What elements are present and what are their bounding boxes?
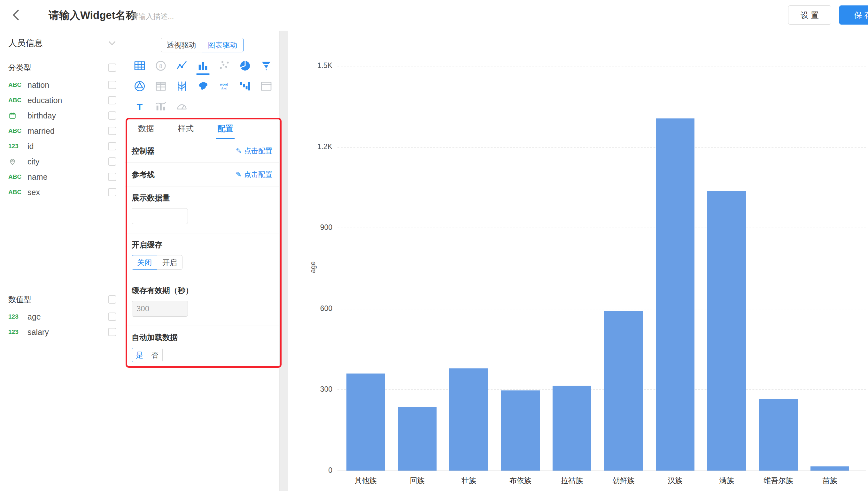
gridline xyxy=(337,147,866,147)
data-source-header[interactable]: 人员信息 xyxy=(0,33,124,53)
cache-on-button[interactable]: 开启 xyxy=(157,255,183,270)
panel-tabs: 数据 样式 配置 xyxy=(125,120,279,139)
y-tick-label: 900 xyxy=(288,223,332,232)
field-item-education[interactable]: ABCeducation xyxy=(0,93,124,108)
chart-type-pie-chart-icon[interactable] xyxy=(235,57,256,74)
abc-type-icon: ABC xyxy=(8,81,27,88)
display-count-label: 展示数据量 xyxy=(132,193,272,203)
location-icon xyxy=(8,157,27,166)
x-tick-label: 拉祜族 xyxy=(543,476,601,486)
field-item-age[interactable]: 123age xyxy=(0,309,124,324)
number-type-icon: 123 xyxy=(8,313,27,320)
x-tick-label: 维吾尔族 xyxy=(750,476,807,486)
x-axis-line xyxy=(337,470,866,471)
bar-其他族[interactable] xyxy=(347,374,385,470)
section-checkbox[interactable] xyxy=(108,63,116,72)
widget-description-input[interactable]: 请输入描述... xyxy=(131,11,174,21)
bar-朝鲜族[interactable] xyxy=(604,311,643,470)
chart-type-radar-icon[interactable] xyxy=(129,78,150,94)
field-name: city xyxy=(27,157,108,166)
field-item-name[interactable]: ABCname xyxy=(0,169,124,184)
config-section: 控制器 ✎ 点击配置 参考线 ✎ 点击配置 展示数据量 开启缓存 关闭 开启 xyxy=(125,139,279,371)
field-name: nation xyxy=(27,81,108,90)
cache-ttl-block: 缓存有效期（秒） xyxy=(125,279,279,326)
save-button[interactable]: 保 存 xyxy=(839,5,868,25)
bar-维吾尔族[interactable] xyxy=(759,399,798,470)
bar-壮族[interactable] xyxy=(449,368,488,470)
field-checkbox[interactable] xyxy=(108,157,116,166)
field-checkbox[interactable] xyxy=(108,313,116,321)
cache-toggle-block: 开启缓存 关闭 开启 xyxy=(125,233,279,279)
field-item-birthday[interactable]: birthday xyxy=(0,108,124,123)
y-axis-title: age xyxy=(309,256,317,279)
tab-config[interactable]: 配置 xyxy=(216,120,235,139)
field-name: sex xyxy=(27,188,108,197)
field-section-header: 分类型 xyxy=(0,61,124,75)
field-name: salary xyxy=(27,327,108,337)
widget-name-input[interactable]: 请输入Widget名称 xyxy=(49,8,136,23)
field-list: 123age123salary xyxy=(0,309,124,340)
field-item-salary[interactable]: 123salary xyxy=(0,324,124,340)
autoload-no-button[interactable]: 否 xyxy=(147,348,163,362)
x-tick-label: 壮族 xyxy=(440,476,497,486)
x-tick-label: 朝鲜族 xyxy=(595,476,652,486)
chart-type-waterfall-icon[interactable] xyxy=(235,78,256,94)
chart-type-funnel-icon[interactable] xyxy=(256,57,277,74)
field-name: id xyxy=(27,142,108,151)
cache-ttl-input[interactable] xyxy=(132,301,188,317)
field-checkbox[interactable] xyxy=(108,111,116,120)
number-type-icon: 123 xyxy=(8,143,27,150)
chart-type-line-chart-icon[interactable] xyxy=(171,57,192,74)
header-bar: 请输入Widget名称 请输入描述... 设 置 保 存 xyxy=(0,0,868,30)
autoload-yes-button[interactable]: 是 xyxy=(132,348,147,362)
y-tick-label: 1.5K xyxy=(288,61,332,70)
bar-苗族[interactable] xyxy=(811,466,849,470)
reference-line-row: 参考线 ✎ 点击配置 xyxy=(125,163,279,186)
x-tick-label: 汉族 xyxy=(646,476,704,486)
field-checkbox[interactable] xyxy=(108,173,116,181)
bar-拉祜族[interactable] xyxy=(552,386,591,470)
chart-type-text-icon[interactable]: T xyxy=(129,98,150,115)
controller-configure-link[interactable]: ✎ 点击配置 xyxy=(236,146,272,156)
field-checkbox[interactable] xyxy=(108,127,116,135)
tab-data[interactable]: 数据 xyxy=(137,120,155,139)
chart-type-word-cloud-icon[interactable]: wordcloud xyxy=(214,78,235,94)
field-item-married[interactable]: ABCmarried xyxy=(0,123,124,139)
autoload-toggle: 是 否 xyxy=(132,348,163,362)
chart-type-bar-chart-icon[interactable] xyxy=(192,57,214,74)
field-item-sex[interactable]: ABCsex xyxy=(0,184,124,200)
chart-type-china-map-icon[interactable] xyxy=(192,78,214,94)
settings-button[interactable]: 设 置 xyxy=(788,5,831,25)
tab-style[interactable]: 样式 xyxy=(177,120,195,139)
bar-布依族[interactable] xyxy=(501,391,540,470)
field-checkbox[interactable] xyxy=(108,96,116,105)
field-item-id[interactable]: 123id xyxy=(0,139,124,154)
back-button[interactable] xyxy=(8,7,24,23)
reference-line-configure-label: 点击配置 xyxy=(244,170,272,179)
field-checkbox[interactable] xyxy=(108,142,116,150)
field-item-city[interactable]: city xyxy=(0,154,124,169)
chart-type-combo-chart-icon xyxy=(150,98,171,115)
pencil-icon: ✎ xyxy=(236,171,242,179)
chart-type-scorecard-icon: 8 xyxy=(150,57,171,74)
field-checkbox[interactable] xyxy=(108,328,116,336)
pencil-icon: ✎ xyxy=(236,147,242,155)
field-checkbox[interactable] xyxy=(108,81,116,89)
field-checkbox[interactable] xyxy=(108,188,116,196)
chart-type-table-icon[interactable] xyxy=(129,57,150,74)
reference-line-configure-link[interactable]: ✎ 点击配置 xyxy=(236,170,272,179)
display-count-input[interactable] xyxy=(132,208,188,224)
field-section-label: 分类型 xyxy=(8,63,31,73)
chart-type-parallel-icon[interactable] xyxy=(171,78,192,94)
bar-回族[interactable] xyxy=(398,407,437,470)
bar-满族[interactable] xyxy=(707,191,746,470)
cache-off-button[interactable]: 关闭 xyxy=(132,255,157,270)
pivot-drive-button[interactable]: 透视驱动 xyxy=(161,38,202,52)
widget-config-panel: 透视驱动 图表驱动 8wordcloudT 数据 样式 配置 控制器 ✎ 点击配… xyxy=(125,31,280,491)
bar-汉族[interactable] xyxy=(656,118,695,470)
x-tick-label: 回族 xyxy=(388,476,446,486)
section-checkbox[interactable] xyxy=(108,295,116,304)
field-item-nation[interactable]: ABCnation xyxy=(0,77,124,93)
chart-drive-button[interactable]: 图表驱动 xyxy=(202,38,244,52)
chevron-down-icon xyxy=(109,38,115,45)
